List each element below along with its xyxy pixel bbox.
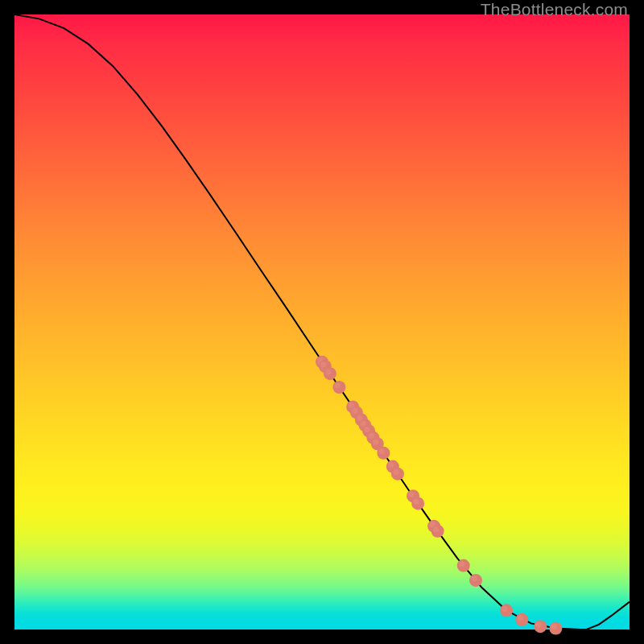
data-point-highlight [551,624,557,630]
data-point-highlight [471,576,477,581]
data-point-highlight [502,606,508,612]
chart-svg [14,14,630,630]
data-point-highlight [379,448,385,454]
data-point-highlight [352,408,357,414]
data-point-highlight [393,469,398,475]
data-point-highlight [388,462,394,468]
data-point-highlight [518,615,523,621]
data-point-highlight [325,369,331,375]
data-point-highlight [459,561,464,567]
data-point-highlight [414,499,419,505]
data-point-highlight [536,622,542,628]
data-point-highlight [408,492,414,497]
data-point-highlight [335,382,341,388]
data-point-highlight [320,361,326,367]
data-points-group [316,356,562,635]
data-point-highlight [433,526,439,532]
bottleneck-curve [14,14,630,630]
chart-frame: TheBottleneck.com [0,0,644,644]
data-point-highlight [373,440,378,445]
data-point-highlight [369,433,374,439]
data-point-highlight [364,427,369,432]
